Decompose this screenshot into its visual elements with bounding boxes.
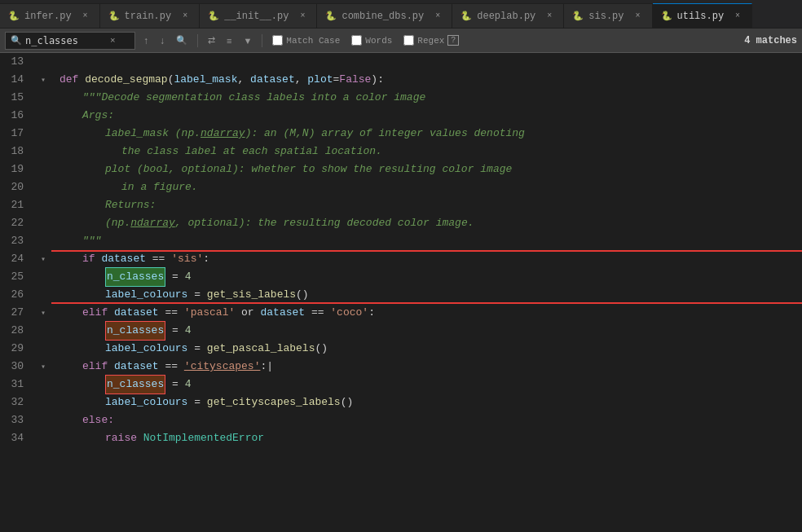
num-4-28: 4: [185, 322, 192, 340]
gutter-27[interactable]: ▾: [37, 304, 50, 322]
gutter-22: [37, 214, 50, 232]
line-num-33: 33: [0, 411, 30, 429]
tab-icon-deeplab: 🐍: [460, 11, 472, 21]
search-find-button[interactable]: 🔍: [173, 33, 191, 47]
line-numbers: 13 14 15 16 17 18 19 20 21 22 23 24 25 2…: [0, 53, 37, 532]
gutter-28: [37, 322, 50, 340]
gutter-15: [37, 89, 50, 107]
line-num-21: 21: [0, 196, 30, 214]
var-dataset-27a: dataset: [114, 304, 159, 322]
code-line-30: elif dataset == 'cityscapes':|: [59, 358, 802, 376]
tab-close-utils[interactable]: ×: [732, 11, 743, 22]
tab-sis[interactable]: 🐍 sis.py ×: [564, 3, 652, 28]
docstring-line15: """Decode segmentation class labels into…: [82, 89, 425, 107]
highlight-n-classes-28: n_classes: [105, 321, 165, 341]
gutter-31: [37, 376, 50, 394]
docstring-line20: in a figure.: [121, 178, 198, 196]
gutter-32: [37, 394, 50, 411]
var-label-colours-29: label_colours: [105, 340, 187, 358]
docstring-line22: (np.ndarray, optional): the resulting de…: [105, 214, 474, 232]
code-line-18: the class label at each spatial location…: [59, 143, 802, 160]
tab-close-train[interactable]: ×: [179, 11, 191, 22]
match-case-option[interactable]: Match Case: [269, 33, 343, 47]
tab-train[interactable]: 🐍 train.py ×: [100, 3, 200, 28]
gutter-30[interactable]: ▾: [37, 358, 50, 376]
str-cityscapes: 'cityscapes': [184, 358, 261, 376]
code-content[interactable]: def decode_segmap(label_mask, dataset, p…: [51, 53, 802, 532]
gutter: ▾ ▾ ▾ ▾: [37, 53, 51, 532]
search-icon: 🔍: [11, 35, 22, 46]
tab-close-init[interactable]: ×: [297, 11, 308, 22]
search-next-button[interactable]: ↓: [156, 33, 168, 48]
paren-open: (: [168, 71, 174, 89]
tab-combine-dbs[interactable]: 🐍 combine_dbs.py ×: [317, 3, 452, 28]
param-label-mask: label_mask: [174, 71, 237, 89]
words-option[interactable]: Words: [348, 33, 395, 47]
gutter-23: [37, 232, 50, 250]
code-line-17: label_mask (np.ndarray): an (M,N) array …: [59, 125, 802, 143]
fn-decode-segmap: decode_segmap: [85, 71, 167, 89]
tab-init[interactable]: 🐍 __init__.py ×: [200, 3, 317, 28]
op-eq: =: [333, 71, 340, 89]
docstring-line19: plot (bool, optional): whether to show t…: [105, 160, 512, 178]
tab-label-deeplab: deeplab.py: [477, 11, 535, 22]
code-line-15: """Decode segmentation class labels into…: [59, 89, 802, 107]
code-line-25: n_classes = 4: [59, 268, 802, 286]
words-label: Words: [365, 36, 392, 46]
gutter-14[interactable]: ▾: [37, 71, 50, 89]
tab-icon-sis: 🐍: [572, 11, 584, 21]
code-line-14: def decode_segmap(label_mask, dataset, p…: [59, 71, 802, 89]
match-case-label: Match Case: [286, 36, 340, 46]
tab-utils[interactable]: 🐍 utils.py ×: [653, 3, 753, 28]
words-checkbox[interactable]: [351, 35, 362, 46]
regex-checkbox[interactable]: [403, 35, 414, 46]
regex-help-label[interactable]: ?: [447, 35, 459, 46]
code-line-16: Args:: [59, 107, 802, 125]
tab-label-infer: infer.py: [24, 11, 72, 22]
tab-close-deeplab[interactable]: ×: [544, 11, 555, 22]
match-case-checkbox[interactable]: [272, 35, 283, 46]
tab-close-infer[interactable]: ×: [80, 11, 91, 22]
gutter-16: [37, 107, 50, 125]
search-input-wrapper[interactable]: 🔍 ×: [5, 32, 135, 50]
var-label-colours-32: label_colours: [105, 394, 187, 411]
num-4-31: 4: [185, 376, 192, 394]
tab-close-combine[interactable]: ×: [432, 11, 443, 22]
cls-not-implemented: NotImplementedError: [143, 429, 264, 447]
line-num-17: 17: [0, 125, 30, 143]
search-options2-button[interactable]: ≡: [223, 34, 235, 47]
tab-deeplab[interactable]: 🐍 deeplab.py ×: [452, 3, 564, 28]
kw-def: def: [59, 71, 85, 89]
code-line-27: elif dataset == 'pascal' or dataset == '…: [59, 304, 802, 322]
param-plot: plot: [307, 71, 333, 89]
highlight-n-classes-31: n_classes: [105, 375, 165, 394]
line-num-18: 18: [0, 143, 30, 160]
line-num-34: 34: [0, 429, 30, 447]
code-line-32: label_colours = get_cityscapes_labels(): [59, 394, 802, 411]
code-line-22: (np.ndarray, optional): the resulting de…: [59, 214, 802, 232]
search-prev-button[interactable]: ↑: [140, 33, 152, 48]
search-separator-2: [262, 34, 262, 47]
gutter-24[interactable]: ▾: [37, 250, 50, 268]
tab-infer[interactable]: 🐍 infer.py ×: [0, 3, 100, 28]
gutter-19: [37, 160, 50, 178]
tab-close-sis[interactable]: ×: [632, 11, 644, 22]
tab-icon-combine: 🐍: [325, 11, 337, 21]
code-line-28: n_classes = 4: [59, 322, 802, 340]
gutter-20: [37, 178, 50, 196]
search-options-button[interactable]: ⇄: [205, 33, 218, 47]
regex-option[interactable]: Regex ?: [400, 33, 462, 47]
line-num-28: 28: [0, 322, 30, 340]
code-line-24: if dataset == 'sis':: [59, 250, 802, 268]
var-dataset-24: dataset: [101, 250, 146, 268]
clear-search-icon[interactable]: ×: [110, 36, 116, 46]
search-input[interactable]: [25, 35, 107, 46]
line-num-25: 25: [0, 268, 30, 286]
line-num-19: 19: [0, 160, 30, 178]
line-num-26: 26: [0, 286, 30, 304]
kw-false: False: [339, 71, 371, 89]
docstring-line17: label_mask (np.ndarray): an (M,N) array …: [105, 125, 525, 143]
gutter-26: [37, 286, 50, 304]
search-filter-button[interactable]: ▼: [240, 34, 255, 47]
line-num-27: 27: [0, 304, 30, 322]
